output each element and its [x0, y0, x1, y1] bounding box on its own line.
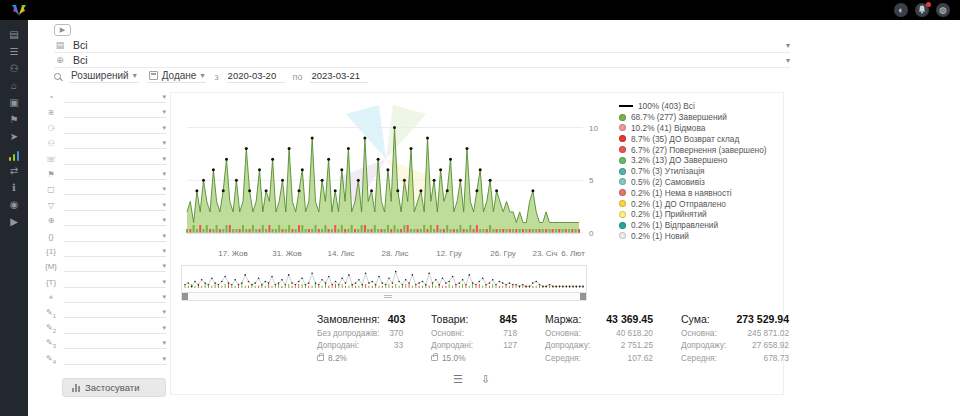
- sidebar-item-orders[interactable]: ☰: [3, 44, 25, 59]
- chevron-down-icon: ▾: [162, 92, 166, 102]
- legend-swatch: [619, 157, 626, 164]
- sidebar-item-dashboard[interactable]: ▤: [3, 27, 25, 42]
- date-from-label: з: [214, 72, 218, 82]
- filter-select[interactable]: ▾: [64, 261, 166, 272]
- main-content: ▶ ▤ Всі ▾ ⊕ Всі ▾ Розширений ▾ Додане ▾ …: [28, 20, 960, 397]
- sidebar-item-integrations[interactable]: ⇄: [3, 163, 25, 178]
- filter-select[interactable]: ▾: [64, 92, 166, 103]
- chevron-down-icon: ▾: [162, 138, 166, 148]
- filter-select[interactable]: ▾: [64, 200, 166, 211]
- sidebar-item-campaigns[interactable]: ➤: [3, 129, 25, 144]
- filter-icon-status: ◔: [44, 93, 58, 102]
- legend-swatch: [619, 124, 626, 131]
- main-chart[interactable]: 0510: [181, 99, 617, 247]
- brand-logo[interactable]: [10, 3, 28, 18]
- filter-select[interactable]: ▾: [64, 307, 166, 318]
- tags-icon: ▤: [54, 40, 66, 50]
- filter-select[interactable]: ▾: [64, 292, 166, 303]
- advanced-mode-value: Розширений: [71, 70, 129, 81]
- legend-item[interactable]: 6.7% (27) Повернення (завершено): [619, 144, 781, 155]
- filter-row: ⚆▾: [44, 123, 166, 134]
- filter-select[interactable]: ▾: [64, 323, 166, 334]
- date-from-input[interactable]: [227, 70, 285, 83]
- sidebar-item-clients[interactable]: ⚇: [3, 61, 25, 76]
- notifications-bell-icon[interactable]: [915, 3, 929, 17]
- legend-label: 0.2% (1) Прийнятий: [631, 209, 707, 219]
- brush-handle-right[interactable]: [580, 293, 586, 300]
- legend-label: 6.7% (27) Повернення (завершено): [631, 145, 767, 155]
- legend-label: 0.2% (1) Новий: [631, 231, 689, 241]
- chart-navigator[interactable]: [181, 265, 587, 293]
- chevron-down-icon: ▾: [162, 292, 166, 302]
- status-icon[interactable]: ◐: [894, 3, 908, 17]
- legend-item[interactable]: 0.5% (2) Самовивіз: [619, 177, 781, 188]
- legend-item[interactable]: 3.2% (13) ДО Завершено: [619, 155, 781, 166]
- filter-row: ⊕▾: [44, 215, 166, 226]
- legend-item[interactable]: 10.2% (41) Відмова: [619, 123, 781, 134]
- legend-item[interactable]: 0.2% (1) Нема в наявності: [619, 187, 781, 198]
- filter-select[interactable]: ▾: [64, 231, 166, 242]
- filter-row: ✎1▾: [44, 307, 166, 318]
- sidebar-item-tags[interactable]: ⚑: [3, 112, 25, 127]
- stat-sub-row: Основні:718: [431, 328, 517, 338]
- legend-item[interactable]: 68.7% (277) Завершений: [619, 112, 781, 123]
- legend-label: 0.7% (3) Утилізація: [631, 166, 705, 176]
- legend-item[interactable]: 0.7% (3) Утилізація: [619, 166, 781, 177]
- date-field-select[interactable]: Додане ▾: [147, 70, 207, 83]
- filter-select[interactable]: ▾: [64, 107, 166, 118]
- filter-select[interactable]: ▾: [64, 169, 166, 180]
- chevron-down-icon: ▾: [162, 323, 166, 333]
- navigator-scrollbar[interactable]: [181, 293, 587, 301]
- legend-label: 3.2% (13) ДО Завершено: [631, 155, 727, 165]
- legend-item[interactable]: 0.2% (1) Прийнятий: [619, 209, 781, 220]
- sidebar-rail: ▤☰⚇⌂▣⚑➤⇄ℹ◉▶: [0, 20, 28, 416]
- search-icon[interactable]: [54, 73, 61, 80]
- footer-icons: ☰⇩: [453, 373, 783, 386]
- brush-grip[interactable]: [384, 295, 392, 298]
- apply-button-label: Застосувати: [85, 382, 139, 393]
- stat-column: Сума:273 529.94Основна:245 871.02Допрода…: [681, 313, 789, 363]
- legend-item[interactable]: 100% (403) Всі: [619, 101, 781, 112]
- filter-row: ✎2▾: [44, 323, 166, 334]
- filter-row: ▢▾: [44, 184, 166, 195]
- sidebar-item-shop[interactable]: ⌂: [3, 78, 25, 93]
- sidebar-item-products[interactable]: ▣: [3, 95, 25, 110]
- filter-select[interactable]: ▾: [64, 154, 166, 165]
- apply-button[interactable]: Застосувати: [62, 378, 166, 397]
- filter-select[interactable]: ▾: [64, 338, 166, 349]
- filter-row: ⚇▾: [44, 138, 166, 149]
- brush-handle-left[interactable]: [182, 293, 188, 300]
- source-filter-select[interactable]: ⊕ Всі ▾: [54, 53, 790, 68]
- date-to-input[interactable]: [310, 70, 368, 83]
- sidebar-item-partners[interactable]: ◉: [3, 197, 25, 212]
- x-tick-label: 28. Лис: [381, 249, 408, 258]
- filter-select[interactable]: ▾: [64, 123, 166, 134]
- video-tutorial-button[interactable]: ▶: [54, 24, 71, 36]
- pencil-icon-4: ✎4: [44, 354, 58, 365]
- filter-select[interactable]: ▾: [64, 138, 166, 149]
- x-tick-label: 12. Гру: [436, 249, 462, 258]
- filter-select[interactable]: ▾: [64, 277, 166, 288]
- notification-badge: [926, 2, 931, 7]
- sidebar-item-info[interactable]: ℹ: [3, 180, 25, 195]
- svg-text:0: 0: [589, 229, 594, 238]
- chevron-down-icon: ▾: [162, 184, 166, 194]
- data-table-icon[interactable]: ☰: [453, 373, 463, 386]
- support-icon[interactable]: ◍: [936, 3, 950, 17]
- legend-item[interactable]: 0.2% (1) Новий: [619, 231, 781, 242]
- stat-sub-row: Допродажу:27 658.92: [681, 340, 789, 350]
- filter-select[interactable]: ▾: [64, 246, 166, 257]
- legend-item[interactable]: 8.7% (35) ДО Возврат склад: [619, 133, 781, 144]
- status-filter-select[interactable]: ▤ Всі ▾: [54, 38, 790, 53]
- filter-select[interactable]: ▾: [64, 184, 166, 195]
- legend-item[interactable]: 0.2% (1) Відправлений: [619, 220, 781, 231]
- advanced-mode-select[interactable]: Розширений ▾: [69, 70, 139, 83]
- download-icon[interactable]: ⇩: [481, 373, 490, 386]
- sidebar-item-video[interactable]: ▶: [3, 214, 25, 229]
- legend-label: 0.2% (1) Відправлений: [631, 220, 718, 230]
- legend-label: 68.7% (277) Завершений: [631, 112, 727, 122]
- filter-select[interactable]: ▾: [64, 354, 166, 365]
- filter-select[interactable]: ▾: [64, 215, 166, 226]
- sidebar-item-stats[interactable]: [3, 146, 25, 161]
- legend-item[interactable]: 0.2% (1) ДО Отправлено: [619, 198, 781, 209]
